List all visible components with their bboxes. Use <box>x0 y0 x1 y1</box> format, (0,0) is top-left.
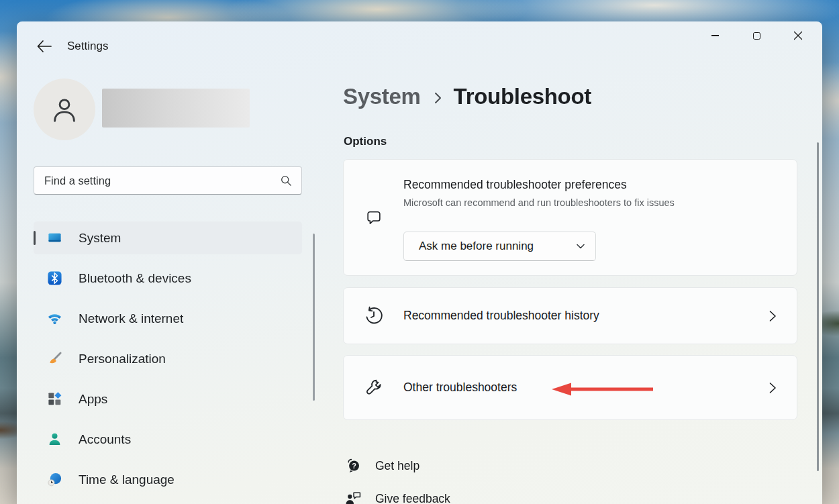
bluetooth-icon <box>47 270 62 286</box>
sidebar-item-network-internet[interactable]: Network & internet <box>34 302 302 335</box>
maximize-button[interactable] <box>736 21 777 50</box>
breadcrumb-system[interactable]: System <box>343 84 421 109</box>
system-icon <box>47 230 62 246</box>
give-feedback-link[interactable]: Give feedback <box>344 490 450 504</box>
chevron-right-icon <box>769 310 777 322</box>
search-box <box>34 166 302 195</box>
section-title: Options <box>344 135 387 148</box>
sidebar-item-label: Accounts <box>79 432 131 447</box>
card-other-troubleshooters[interactable]: Other troubleshooters <box>343 355 797 420</box>
person-icon <box>49 94 80 125</box>
settings-window: Settings <box>17 21 822 504</box>
close-icon <box>793 31 803 40</box>
chevron-right-icon <box>432 91 443 105</box>
maximize-icon <box>753 32 760 40</box>
arrow-left-icon <box>36 40 52 53</box>
sidebar-scrollbar[interactable] <box>313 234 315 401</box>
page-title: Troubleshoot <box>454 84 591 109</box>
search-icon[interactable] <box>280 174 292 187</box>
network-icon <box>47 311 62 326</box>
chevron-down-icon <box>576 240 585 252</box>
give-feedback-label: Give feedback <box>375 492 450 504</box>
get-help-link[interactable]: ? Get help <box>344 457 420 474</box>
apps-icon <box>47 391 62 407</box>
minimize-button[interactable] <box>694 21 736 50</box>
chevron-right-icon <box>769 382 777 394</box>
troubleshooter-preference-dropdown[interactable]: Ask me before running <box>403 232 596 261</box>
wrench-icon <box>363 377 384 398</box>
user-name-redacted <box>102 89 250 128</box>
sidebar-item-label: Apps <box>79 392 107 407</box>
sidebar-item-time-language[interactable]: Time & language <box>34 463 302 496</box>
history-icon <box>363 305 384 326</box>
card-subtitle: Microsoft can recommend and run troubles… <box>403 197 675 208</box>
main-scrollbar[interactable] <box>817 142 819 471</box>
back-button[interactable] <box>34 38 54 56</box>
sidebar-item-label: Personalization <box>79 352 166 366</box>
sidebar-item-accounts[interactable]: Accounts <box>34 423 302 456</box>
sidebar-item-apps[interactable]: Apps <box>34 383 302 415</box>
sidebar-nav: System Bluetooth & devices <box>34 221 302 503</box>
card-title: Recommended troubleshooter preferences <box>403 178 627 192</box>
personalization-icon <box>47 351 62 366</box>
card-troubleshooter-preferences: Recommended troubleshooter preferences M… <box>343 159 797 276</box>
svg-text:?: ? <box>352 462 356 470</box>
sidebar-item-system[interactable]: System <box>34 221 302 254</box>
sidebar-item-label: System <box>79 231 121 246</box>
card-title: Other troubleshooters <box>403 381 517 395</box>
sidebar-item-personalization[interactable]: Personalization <box>34 342 302 375</box>
time-language-icon <box>47 472 62 487</box>
breadcrumb: System Troubleshoot <box>343 84 591 109</box>
comment-icon <box>363 207 384 228</box>
sidebar-item-label: Network & internet <box>79 311 183 326</box>
give-feedback-icon <box>344 490 362 504</box>
avatar[interactable] <box>34 79 95 140</box>
accounts-icon <box>47 432 62 447</box>
sidebar-item-label: Time & language <box>79 472 175 487</box>
get-help-icon: ? <box>344 457 362 474</box>
dropdown-value: Ask me before running <box>419 240 534 253</box>
sidebar-item-label: Bluetooth & devices <box>79 271 191 286</box>
window-controls <box>694 21 819 50</box>
card-troubleshooter-history[interactable]: Recommended troubleshooter history <box>343 287 797 344</box>
get-help-label: Get help <box>375 459 420 473</box>
close-button[interactable] <box>777 21 819 50</box>
search-input[interactable] <box>34 174 280 187</box>
sidebar-item-bluetooth-devices[interactable]: Bluetooth & devices <box>34 262 302 295</box>
minimize-icon <box>711 35 719 36</box>
app-title: Settings <box>67 40 108 53</box>
card-title: Recommended troubleshooter history <box>403 309 599 323</box>
